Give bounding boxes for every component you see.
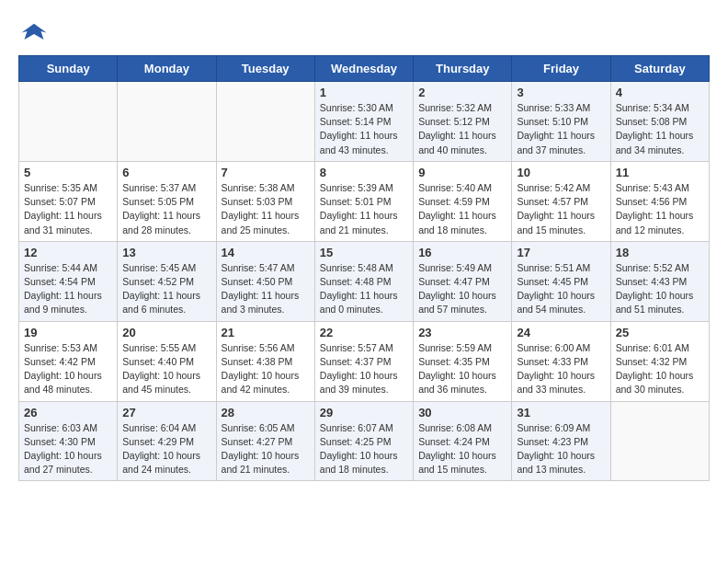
calendar-cell: 26Sunrise: 6:03 AM Sunset: 4:30 PM Dayli… <box>19 401 118 481</box>
calendar-cell: 18Sunrise: 5:52 AM Sunset: 4:43 PM Dayli… <box>610 241 709 321</box>
day-number: 18 <box>616 246 704 259</box>
day-number: 13 <box>122 246 210 259</box>
day-info: Sunrise: 5:34 AM Sunset: 5:08 PM Dayligh… <box>616 101 704 157</box>
calendar-cell: 10Sunrise: 5:42 AM Sunset: 4:57 PM Dayli… <box>512 161 610 241</box>
day-number: 11 <box>616 166 704 179</box>
day-number: 27 <box>122 406 210 419</box>
calendar-cell: 1Sunrise: 5:30 AM Sunset: 5:14 PM Daylig… <box>314 82 413 162</box>
day-number: 12 <box>24 246 112 259</box>
calendar-cell: 29Sunrise: 6:07 AM Sunset: 4:25 PM Dayli… <box>314 401 413 481</box>
weekday-header: Monday <box>118 56 216 82</box>
day-number: 24 <box>517 326 605 339</box>
day-info: Sunrise: 6:04 AM Sunset: 4:29 PM Dayligh… <box>122 421 210 477</box>
day-number: 20 <box>122 326 210 339</box>
calendar-week-row: 26Sunrise: 6:03 AM Sunset: 4:30 PM Dayli… <box>19 401 710 481</box>
calendar-cell: 21Sunrise: 5:56 AM Sunset: 4:38 PM Dayli… <box>216 321 314 401</box>
day-number: 7 <box>222 166 310 179</box>
calendar-cell <box>216 82 314 162</box>
day-info: Sunrise: 5:32 AM Sunset: 5:12 PM Dayligh… <box>418 101 506 157</box>
day-info: Sunrise: 5:39 AM Sunset: 5:01 PM Dayligh… <box>320 181 408 237</box>
calendar-cell: 20Sunrise: 5:55 AM Sunset: 4:40 PM Dayli… <box>118 321 216 401</box>
calendar-cell: 23Sunrise: 5:59 AM Sunset: 4:35 PM Dayli… <box>414 321 512 401</box>
calendar-cell: 17Sunrise: 5:51 AM Sunset: 4:45 PM Dayli… <box>512 241 610 321</box>
day-number: 26 <box>24 406 112 419</box>
calendar-cell: 14Sunrise: 5:47 AM Sunset: 4:50 PM Dayli… <box>216 241 314 321</box>
day-number: 29 <box>320 406 408 419</box>
day-number: 21 <box>222 326 310 339</box>
day-number: 3 <box>517 86 605 99</box>
day-number: 15 <box>320 246 408 259</box>
day-info: Sunrise: 5:52 AM Sunset: 4:43 PM Dayligh… <box>616 261 704 317</box>
calendar-cell: 15Sunrise: 5:48 AM Sunset: 4:48 PM Dayli… <box>314 241 413 321</box>
day-info: Sunrise: 5:51 AM Sunset: 4:45 PM Dayligh… <box>517 261 605 317</box>
weekday-header: Sunday <box>19 56 118 82</box>
calendar-cell: 31Sunrise: 6:09 AM Sunset: 4:23 PM Dayli… <box>512 401 610 481</box>
day-info: Sunrise: 5:55 AM Sunset: 4:40 PM Dayligh… <box>122 341 210 397</box>
day-number: 14 <box>222 246 310 259</box>
weekday-header: Wednesday <box>314 56 413 82</box>
day-info: Sunrise: 6:05 AM Sunset: 4:27 PM Dayligh… <box>222 421 310 477</box>
day-number: 19 <box>24 326 112 339</box>
calendar-week-row: 19Sunrise: 5:53 AM Sunset: 4:42 PM Dayli… <box>19 321 710 401</box>
day-number: 31 <box>517 406 605 419</box>
day-info: Sunrise: 6:08 AM Sunset: 4:24 PM Dayligh… <box>418 421 506 477</box>
day-info: Sunrise: 5:45 AM Sunset: 4:52 PM Dayligh… <box>122 261 210 317</box>
day-info: Sunrise: 6:00 AM Sunset: 4:33 PM Dayligh… <box>517 341 605 397</box>
calendar-cell <box>19 82 118 162</box>
weekday-header: Saturday <box>610 56 709 82</box>
logo <box>18 18 48 46</box>
day-number: 16 <box>418 246 506 259</box>
day-info: Sunrise: 6:07 AM Sunset: 4:25 PM Dayligh… <box>320 421 408 477</box>
calendar-table: SundayMondayTuesdayWednesdayThursdayFrid… <box>18 55 710 481</box>
day-number: 17 <box>517 246 605 259</box>
calendar-cell: 7Sunrise: 5:38 AM Sunset: 5:03 PM Daylig… <box>216 161 314 241</box>
day-info: Sunrise: 5:33 AM Sunset: 5:10 PM Dayligh… <box>517 101 605 157</box>
day-number: 2 <box>418 86 506 99</box>
day-info: Sunrise: 6:09 AM Sunset: 4:23 PM Dayligh… <box>517 421 605 477</box>
calendar-cell <box>118 82 216 162</box>
day-info: Sunrise: 5:38 AM Sunset: 5:03 PM Dayligh… <box>222 181 310 237</box>
calendar-cell: 22Sunrise: 5:57 AM Sunset: 4:37 PM Dayli… <box>314 321 413 401</box>
calendar-cell: 3Sunrise: 5:33 AM Sunset: 5:10 PM Daylig… <box>512 82 610 162</box>
calendar-cell: 19Sunrise: 5:53 AM Sunset: 4:42 PM Dayli… <box>19 321 118 401</box>
day-info: Sunrise: 5:42 AM Sunset: 4:57 PM Dayligh… <box>517 181 605 237</box>
calendar-week-row: 12Sunrise: 5:44 AM Sunset: 4:54 PM Dayli… <box>19 241 710 321</box>
day-info: Sunrise: 5:53 AM Sunset: 4:42 PM Dayligh… <box>24 341 112 397</box>
calendar-week-row: 1Sunrise: 5:30 AM Sunset: 5:14 PM Daylig… <box>19 82 710 162</box>
day-number: 30 <box>418 406 506 419</box>
calendar-cell: 9Sunrise: 5:40 AM Sunset: 4:59 PM Daylig… <box>414 161 512 241</box>
day-info: Sunrise: 5:44 AM Sunset: 4:54 PM Dayligh… <box>24 261 112 317</box>
svg-marker-0 <box>22 24 47 40</box>
day-number: 25 <box>616 326 704 339</box>
day-number: 4 <box>616 86 704 99</box>
calendar-cell <box>610 401 709 481</box>
calendar-cell: 6Sunrise: 5:37 AM Sunset: 5:05 PM Daylig… <box>118 161 216 241</box>
day-info: Sunrise: 6:01 AM Sunset: 4:32 PM Dayligh… <box>616 341 704 397</box>
logo-text <box>18 18 48 46</box>
day-info: Sunrise: 5:47 AM Sunset: 4:50 PM Dayligh… <box>222 261 310 317</box>
calendar-cell: 16Sunrise: 5:49 AM Sunset: 4:47 PM Dayli… <box>414 241 512 321</box>
page-header <box>18 18 710 46</box>
weekday-header: Tuesday <box>216 56 314 82</box>
day-info: Sunrise: 5:59 AM Sunset: 4:35 PM Dayligh… <box>418 341 506 397</box>
day-info: Sunrise: 5:35 AM Sunset: 5:07 PM Dayligh… <box>24 181 112 237</box>
day-number: 22 <box>320 326 408 339</box>
day-info: Sunrise: 5:49 AM Sunset: 4:47 PM Dayligh… <box>418 261 506 317</box>
calendar-week-row: 5Sunrise: 5:35 AM Sunset: 5:07 PM Daylig… <box>19 161 710 241</box>
calendar-cell: 11Sunrise: 5:43 AM Sunset: 4:56 PM Dayli… <box>610 161 709 241</box>
calendar-cell: 28Sunrise: 6:05 AM Sunset: 4:27 PM Dayli… <box>216 401 314 481</box>
calendar-cell: 24Sunrise: 6:00 AM Sunset: 4:33 PM Dayli… <box>512 321 610 401</box>
day-number: 28 <box>222 406 310 419</box>
day-number: 1 <box>320 86 408 99</box>
day-info: Sunrise: 5:43 AM Sunset: 4:56 PM Dayligh… <box>616 181 704 237</box>
calendar-cell: 5Sunrise: 5:35 AM Sunset: 5:07 PM Daylig… <box>19 161 118 241</box>
calendar-cell: 12Sunrise: 5:44 AM Sunset: 4:54 PM Dayli… <box>19 241 118 321</box>
day-number: 8 <box>320 166 408 179</box>
day-number: 10 <box>517 166 605 179</box>
day-number: 5 <box>24 166 112 179</box>
day-info: Sunrise: 6:03 AM Sunset: 4:30 PM Dayligh… <box>24 421 112 477</box>
day-info: Sunrise: 5:57 AM Sunset: 4:37 PM Dayligh… <box>320 341 408 397</box>
day-number: 9 <box>418 166 506 179</box>
calendar-cell: 2Sunrise: 5:32 AM Sunset: 5:12 PM Daylig… <box>414 82 512 162</box>
weekday-header: Friday <box>512 56 610 82</box>
